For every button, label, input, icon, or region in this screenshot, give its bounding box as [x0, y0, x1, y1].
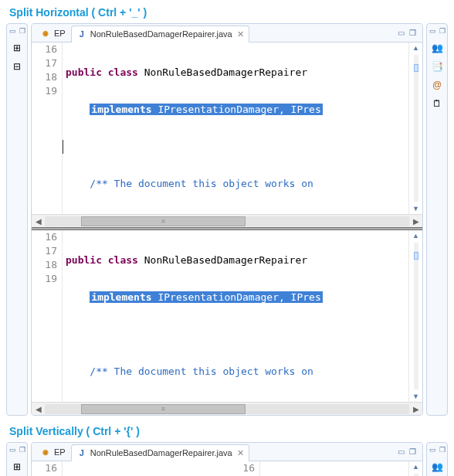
tab-file-active[interactable]: J NonRuleBasedDamagerRepairer.java ✕	[71, 26, 249, 42]
minimize-icon[interactable]: ▭	[429, 27, 436, 35]
line-gutter: 1617 1819 2021 2223 -24 25	[229, 461, 260, 476]
overview-ruler[interactable]: ▲ ▼	[408, 42, 422, 214]
team-icon[interactable]: 👥	[430, 460, 444, 474]
scroll-up-icon[interactable]: ▲	[412, 463, 419, 471]
maximize-icon[interactable]: ❐	[409, 447, 416, 456]
tab-bar: ◉ EP J NonRuleBasedDamagerRepairer.java …	[32, 443, 422, 461]
team-icon[interactable]: 👥	[430, 41, 444, 55]
horizontal-scrollbar[interactable]: ◀ ▶	[32, 214, 422, 227]
toolbar-window-controls: ▭ ❐	[429, 27, 446, 35]
split-row: 1617 1819 2021 2223 -24 25 public class …	[32, 461, 422, 476]
tab-ep-label: EP	[54, 29, 66, 38]
notes-icon[interactable]: 🗒	[430, 97, 444, 110]
code-area[interactable]: public class Non implements I /** The do…	[63, 461, 225, 476]
java-file-icon: J	[76, 29, 87, 39]
pane-window-controls: ▭ ❐	[398, 447, 419, 456]
minimize-icon[interactable]: ▭	[9, 27, 16, 35]
minimize-icon[interactable]: ▭	[429, 446, 436, 454]
scroll-up-icon[interactable]: ▲	[412, 44, 419, 52]
minimize-icon[interactable]: ▭	[398, 29, 405, 37]
right-toolbar: ▭ ❐ 👥 📑 @ 🗒	[426, 442, 448, 476]
toolbar-window-controls: ▭ ❐	[429, 446, 446, 454]
editor-right: 1617 1819 2021 2223 -24 25 public class …	[229, 461, 422, 476]
scroll-left-icon[interactable]: ◀	[32, 217, 45, 226]
scroll-right-icon[interactable]: ▶	[409, 217, 422, 226]
section-title-horizontal: Split Horizontal ( Ctrl + '_' )	[3, 3, 451, 23]
code-area[interactable]: public class NonRuleBasedDamagerRepairer…	[63, 42, 408, 214]
minimize-icon[interactable]: ▭	[398, 447, 405, 456]
java-file-icon: J	[76, 447, 87, 458]
code-area[interactable]: public class NonRuleBasedDamagerRepairer…	[63, 230, 408, 402]
editor-left: 1617 1819 2021 2223 -24 25 public class …	[32, 461, 225, 476]
editor-bottom: 16 17 18 19 public class NonRuleBasedDam…	[32, 230, 422, 402]
line-gutter: 16 17 18 19	[32, 230, 63, 402]
tab-ep[interactable]: ◉ EP	[35, 25, 71, 42]
editor-pane-vertical: ◉ EP J NonRuleBasedDamagerRepairer.java …	[31, 442, 423, 476]
workspace-horizontal: ▭ ❐ ⊞ ⊟ ◉ EP J NonRuleBasedDamagerRepair…	[3, 23, 451, 422]
ep-icon: ◉	[40, 447, 51, 457]
tab-bar: ◉ EP J NonRuleBasedDamagerRepairer.java …	[32, 24, 422, 42]
restore-icon[interactable]: ❐	[19, 27, 25, 35]
scroll-right-icon[interactable]: ▶	[409, 405, 422, 413]
restore-icon[interactable]: ❐	[439, 446, 446, 454]
restore-icon[interactable]: ❐	[19, 446, 25, 454]
tasks-icon[interactable]: 📑	[430, 60, 444, 73]
at-icon[interactable]: @	[430, 78, 444, 92]
close-icon[interactable]: ✕	[237, 29, 244, 39]
layout-icon-1[interactable]: ⊞	[10, 460, 24, 474]
line-gutter: 1617 1819 2021 2223 -24 25	[32, 461, 63, 476]
overview-ruler[interactable]: ▲ ▼	[408, 461, 422, 476]
left-toolbar: ▭ ❐ ⊞ ⊟	[6, 23, 28, 416]
scroll-down-icon[interactable]: ▼	[412, 393, 419, 400]
overview-ruler[interactable]: ▲ ▼	[408, 230, 422, 402]
scroll-left-icon[interactable]: ◀	[32, 405, 45, 413]
tab-file-active[interactable]: J NonRuleBasedDamagerRepairer.java ✕	[71, 444, 249, 461]
horizontal-scrollbar[interactable]: ◀ ▶	[32, 402, 422, 415]
left-toolbar: ▭ ❐ ⊞ ⊟	[6, 442, 28, 476]
close-icon[interactable]: ✕	[237, 448, 244, 458]
editor-pane-horizontal: ◉ EP J NonRuleBasedDamagerRepairer.java …	[31, 23, 423, 416]
tab-ep[interactable]: ◉ EP	[35, 444, 71, 461]
editor-top: 16 17 18 19 public class NonRuleBasedDam…	[32, 42, 422, 214]
line-gutter: 16 17 18 19	[32, 42, 63, 214]
code-area[interactable]: public class Non implements I /** The do…	[260, 461, 408, 476]
restore-icon[interactable]: ❐	[439, 27, 446, 35]
tab-ep-label: EP	[54, 447, 66, 457]
maximize-icon[interactable]: ❐	[409, 29, 416, 37]
section-title-vertical: Split Vertically ( Ctrl + '{' )	[3, 422, 451, 442]
scroll-up-icon[interactable]: ▲	[412, 232, 419, 240]
right-toolbar: ▭ ❐ 👥 📑 @ 🗒	[426, 23, 448, 416]
layout-icon-1[interactable]: ⊞	[10, 41, 24, 55]
minimize-icon[interactable]: ▭	[9, 446, 16, 454]
tab-file-label: NonRuleBasedDamagerRepairer.java	[90, 448, 232, 457]
toolbar-window-controls: ▭ ❐	[9, 27, 25, 35]
layout-icon-2[interactable]: ⊟	[10, 60, 24, 73]
toolbar-window-controls: ▭ ❐	[9, 446, 25, 454]
pane-window-controls: ▭ ❐	[398, 29, 419, 37]
workspace-vertical: ▭ ❐ ⊞ ⊟ ◉ EP J NonRuleBasedDamagerRepair…	[3, 442, 451, 476]
ep-icon: ◉	[40, 28, 51, 39]
scroll-down-icon[interactable]: ▼	[412, 205, 419, 212]
tab-file-label: NonRuleBasedDamagerRepairer.java	[90, 29, 232, 39]
